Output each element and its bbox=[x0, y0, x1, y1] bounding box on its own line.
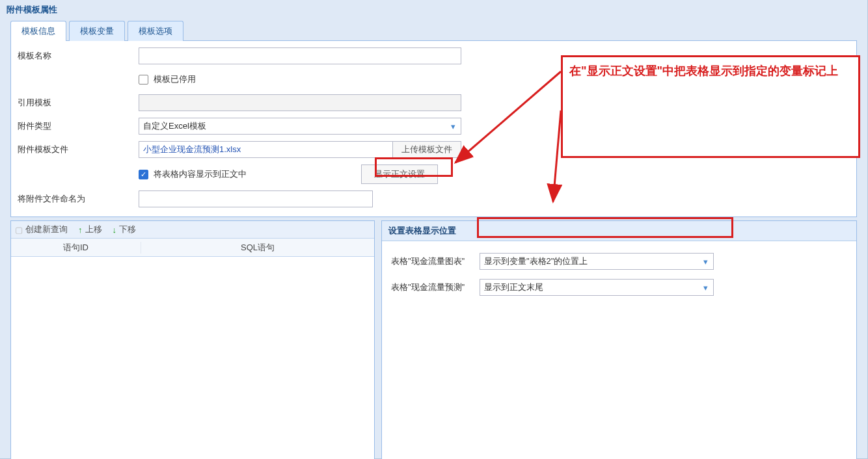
tab-template-info[interactable]: 模板信息 bbox=[10, 21, 66, 41]
move-up-label: 上移 bbox=[85, 224, 102, 235]
arrow-up-icon: ↑ bbox=[78, 225, 83, 235]
input-rename-file[interactable] bbox=[139, 190, 373, 207]
label-attachment-type: 附件类型 bbox=[15, 120, 139, 132]
arrow-down-icon: ↓ bbox=[113, 225, 117, 235]
select-table-forecast-value: 显示到正文末尾 bbox=[484, 282, 543, 293]
input-ref-template[interactable] bbox=[139, 94, 461, 111]
sql-grid-panel: ▢ 创建新查询 ↑ 上移 ↓ 下移 语句ID SQL语句 bbox=[10, 220, 375, 459]
chevron-down-icon: ▾ bbox=[700, 283, 711, 293]
label-ref-template: 引用模板 bbox=[15, 97, 139, 109]
move-down-label: 下移 bbox=[119, 224, 136, 235]
table-position-dialog: 设置表格显示位置 表格"现金流量图表" 显示到变量"表格2"的位置上 ▾ 表格"… bbox=[381, 220, 857, 459]
col-sql[interactable]: SQL语句 bbox=[141, 242, 374, 254]
label-table-chart: 表格"现金流量图表" bbox=[391, 256, 480, 267]
move-down-button[interactable]: ↓ 下移 bbox=[113, 224, 137, 235]
select-table-chart-position[interactable]: 显示到变量"表格2"的位置上 ▾ bbox=[480, 253, 714, 270]
chevron-down-icon: ▾ bbox=[448, 122, 458, 131]
grid-header: 语句ID SQL语句 bbox=[11, 239, 374, 257]
select-attachment-type-value: 自定义Excel模板 bbox=[143, 120, 206, 132]
select-table-forecast-position[interactable]: 显示到正文末尾 ▾ bbox=[480, 279, 714, 296]
select-table-chart-value: 显示到变量"表格2"的位置上 bbox=[484, 256, 588, 267]
doc-icon: ▢ bbox=[15, 225, 23, 235]
annotation-note: 在"显示正文设置"中把表格显示到指定的变量标记上 bbox=[561, 55, 860, 158]
checkbox-show-in-body[interactable]: ✓ bbox=[139, 170, 148, 179]
label-show-in-body: 将表格内容显示到正文中 bbox=[154, 168, 247, 180]
label-rename-file: 将附件文件命名为 bbox=[15, 193, 139, 205]
grid-toolbar: ▢ 创建新查询 ↑ 上移 ↓ 下移 bbox=[11, 221, 374, 239]
tab-template-vars[interactable]: 模板变量 bbox=[69, 21, 125, 41]
input-template-name[interactable] bbox=[139, 47, 461, 64]
new-query-button[interactable]: ▢ 创建新查询 bbox=[15, 224, 68, 235]
tab-bar: 模板信息 模板变量 模板选项 bbox=[10, 21, 867, 41]
display-settings-button[interactable]: 显示正文设置 bbox=[361, 164, 438, 184]
move-up-button[interactable]: ↑ 上移 bbox=[78, 224, 102, 235]
col-statement-id[interactable]: 语句ID bbox=[11, 242, 141, 254]
upload-template-button[interactable]: 上传模板文件 bbox=[392, 141, 461, 158]
attachment-template-panel: 附件模板属性 模板信息 模板变量 模板选项 模板名称 模板已停用 引用模板 附件… bbox=[0, 0, 868, 459]
panel-title: 附件模板属性 bbox=[0, 0, 867, 18]
new-query-label: 创建新查询 bbox=[25, 224, 68, 235]
label-template-name: 模板名称 bbox=[15, 50, 139, 62]
chevron-down-icon: ▾ bbox=[700, 257, 711, 267]
select-attachment-type[interactable]: 自定义Excel模板 ▾ bbox=[139, 118, 461, 135]
label-disabled: 模板已停用 bbox=[154, 73, 196, 85]
label-template-file: 附件模板文件 bbox=[15, 144, 139, 155]
checkbox-disabled[interactable] bbox=[139, 75, 148, 85]
dialog-title: 设置表格显示位置 bbox=[382, 221, 856, 241]
link-template-file[interactable]: 小型企业现金流预测1.xlsx bbox=[143, 144, 241, 155]
tab-template-options[interactable]: 模板选项 bbox=[128, 21, 183, 41]
label-table-forecast: 表格"现金流量预测" bbox=[391, 282, 480, 293]
